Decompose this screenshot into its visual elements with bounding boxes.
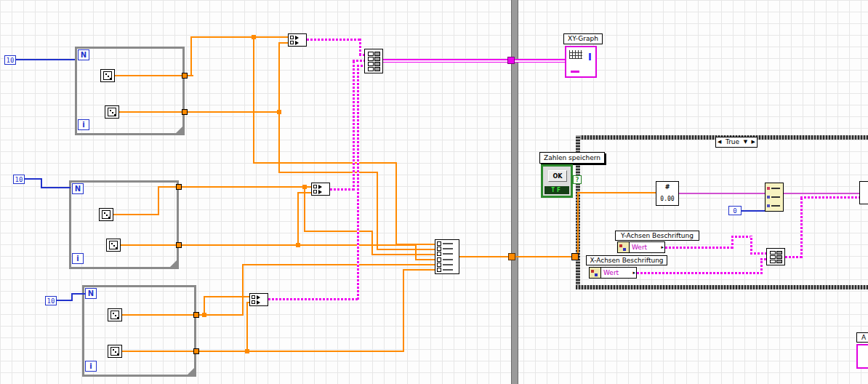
wire-segment[interactable]: [383, 59, 509, 63]
wire-segment[interactable]: [750, 252, 766, 255]
property-expand-arrow-icon[interactable]: ▸: [661, 244, 664, 250]
wire-junction[interactable]: [202, 313, 206, 317]
wire-segment[interactable]: [188, 111, 279, 113]
case-selected-value[interactable]: True: [726, 139, 739, 145]
wire-segment[interactable]: [515, 256, 573, 257]
wire-segment[interactable]: [679, 193, 765, 194]
wire-segment[interactable]: [395, 162, 397, 245]
bundle-node[interactable]: [766, 248, 785, 265]
wire-segment[interactable]: [25, 178, 42, 180]
loop-tunnel[interactable]: [182, 109, 188, 115]
loop3-count-terminal[interactable]: N: [85, 288, 97, 299]
format-number-node[interactable]: # 0.00: [656, 181, 679, 206]
clipped-graph-terminal[interactable]: [856, 344, 868, 369]
bundle-xy-node-1[interactable]: [288, 33, 307, 47]
wire-segment[interactable]: [122, 314, 193, 316]
case-selector-tunnel[interactable]: ?: [573, 175, 582, 184]
ok-button-terminal[interactable]: OK TF: [541, 164, 573, 198]
bundle-xy-node-3[interactable]: [249, 293, 268, 306]
wire-segment[interactable]: [57, 300, 73, 301]
wire-segment[interactable]: [742, 210, 765, 212]
wire-segment[interactable]: [41, 187, 71, 188]
loop-tunnel[interactable]: [176, 242, 182, 248]
build-array-node[interactable]: [435, 239, 459, 274]
wire-junction[interactable]: [302, 185, 307, 189]
wire-segment[interactable]: [246, 303, 248, 352]
build-cluster-array-node[interactable]: [364, 49, 383, 73]
case-dropdown-arrow-icon[interactable]: ▼: [744, 140, 747, 145]
wire-segment[interactable]: [71, 293, 85, 295]
wire-segment[interactable]: [359, 39, 361, 55]
loop-tunnel[interactable]: [193, 312, 199, 318]
block-diagram-canvas[interactable]: N i N i N i 10 10 10 0 XY-Graph: [0, 0, 868, 384]
save-button-label[interactable]: Zahlen speichern: [539, 152, 605, 164]
wire-segment[interactable]: [800, 197, 803, 258]
wire-segment[interactable]: [415, 245, 417, 260]
wire-segment[interactable]: [784, 193, 859, 194]
wire-segment[interactable]: [122, 351, 193, 352]
wire-segment[interactable]: [357, 65, 364, 67]
wire-segment[interactable]: [459, 256, 510, 257]
wire-segment[interactable]: [403, 269, 435, 271]
wire-segment[interactable]: [158, 187, 159, 215]
wire-segment[interactable]: [119, 111, 182, 113]
case-selector[interactable]: ◀ True ▼ ▶: [715, 137, 758, 148]
wire-segment[interactable]: [330, 188, 354, 191]
wire-segment[interactable]: [205, 314, 243, 316]
loop3-iteration-terminal[interactable]: i: [85, 361, 97, 372]
wire-segment[interactable]: [371, 231, 373, 255]
wire-segment[interactable]: [353, 60, 355, 191]
wire-segment[interactable]: [278, 42, 280, 173]
wire-junction[interactable]: [296, 243, 300, 247]
loop-tunnel[interactable]: [176, 184, 182, 190]
xy-graph-label[interactable]: XY-Graph: [563, 33, 603, 44]
wire-segment[interactable]: [353, 60, 364, 62]
random-dice-node[interactable]: [108, 345, 122, 358]
clipped-label-bottom-right[interactable]: A: [856, 332, 868, 343]
property-name[interactable]: Wert: [630, 244, 661, 251]
wire-segment[interactable]: [760, 258, 766, 260]
wire-segment[interactable]: [242, 264, 435, 265]
x-axis-property-label[interactable]: X-Achsen Beschriftung: [586, 255, 667, 265]
wire-junction[interactable]: [245, 349, 249, 353]
wire-segment[interactable]: [253, 162, 396, 164]
random-dice-node[interactable]: [100, 69, 115, 82]
wire-segment[interactable]: [665, 247, 733, 249]
random-dice-node[interactable]: [106, 239, 121, 252]
wire-segment[interactable]: [371, 254, 435, 255]
wire-segment[interactable]: [268, 298, 359, 300]
bundle-xy-node-2[interactable]: [311, 183, 330, 196]
wire-segment[interactable]: [297, 192, 311, 193]
wire-junction[interactable]: [507, 57, 515, 64]
wire-segment[interactable]: [253, 36, 254, 164]
x-axis-property-node[interactable]: Wert ▸: [589, 267, 637, 279]
loop-tunnel[interactable]: [571, 253, 579, 260]
wire-junction[interactable]: [252, 35, 256, 39]
wire-segment[interactable]: [113, 214, 159, 215]
wire-segment[interactable]: [403, 271, 404, 352]
wire-junction[interactable]: [508, 253, 515, 260]
loop1-iteration-terminal[interactable]: i: [78, 119, 89, 130]
wire-segment[interactable]: [577, 192, 656, 193]
loop2-count-terminal[interactable]: N: [72, 183, 84, 194]
wire-segment[interactable]: [577, 193, 579, 257]
wire-segment[interactable]: [357, 65, 359, 300]
case-next-arrow-icon[interactable]: ▶: [752, 140, 755, 145]
wire-segment[interactable]: [190, 36, 288, 38]
wire-segment[interactable]: [785, 256, 802, 258]
wire-segment[interactable]: [278, 172, 377, 173]
random-dice-node[interactable]: [108, 308, 122, 321]
loop1-count-terminal[interactable]: N: [78, 49, 89, 60]
case-prev-arrow-icon[interactable]: ◀: [718, 140, 721, 145]
wire-segment[interactable]: [248, 351, 403, 352]
loop-tunnel[interactable]: [182, 73, 188, 79]
wire-segment[interactable]: [415, 259, 435, 260]
wire-segment[interactable]: [731, 236, 752, 238]
wire-segment[interactable]: [278, 42, 288, 44]
loop2-iteration-terminal[interactable]: i: [72, 253, 84, 264]
wire-segment[interactable]: [190, 36, 192, 76]
wire-segment[interactable]: [377, 249, 435, 250]
wire-segment[interactable]: [304, 188, 305, 231]
wire-junction[interactable]: [277, 110, 281, 114]
random-dice-node[interactable]: [105, 105, 119, 119]
